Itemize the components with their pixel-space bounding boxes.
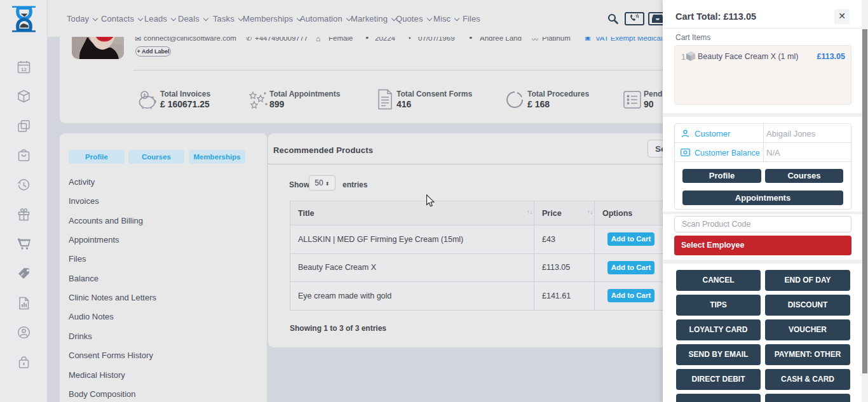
svg-text:12: 12 [21,67,27,72]
